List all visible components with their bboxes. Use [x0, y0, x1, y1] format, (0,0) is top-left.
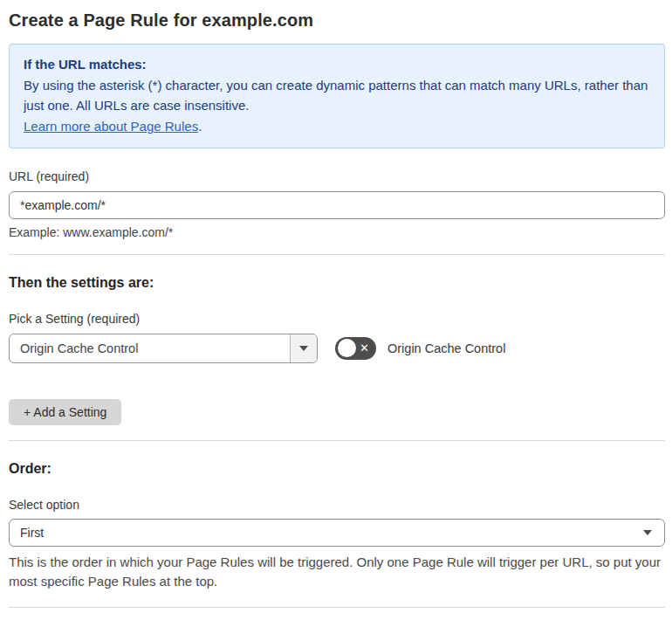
settings-section-heading: Then the settings are: [9, 275, 665, 291]
add-setting-button[interactable]: + Add a Setting [9, 399, 121, 425]
setting-row: Origin Cache Control ✕ Origin Cache Cont… [9, 334, 665, 363]
url-example-helper: Example: www.example.com/* [9, 225, 665, 239]
caret-down-icon [299, 346, 308, 351]
divider [9, 254, 665, 255]
order-select-value: First [20, 526, 643, 540]
divider [9, 607, 665, 608]
pick-setting-label: Pick a Setting (required) [9, 312, 665, 326]
divider [9, 440, 665, 441]
order-section-heading: Order: [9, 461, 665, 477]
order-select[interactable]: First [9, 519, 665, 547]
info-box-heading: If the URL matches: [24, 54, 650, 75]
toggle-knob [338, 339, 356, 357]
url-input[interactable] [9, 191, 665, 219]
info-box-link-line: Learn more about Page Rules. [24, 116, 650, 137]
caret-down-icon [643, 530, 652, 535]
select-option-label: Select option [9, 498, 665, 512]
toggle-label: Origin Cache Control [387, 341, 505, 355]
origin-cache-control-toggle[interactable]: ✕ [335, 337, 376, 360]
order-helper-text: This is the order in which your Page Rul… [9, 553, 662, 592]
page-title: Create a Page Rule for example.com [9, 10, 665, 31]
setting-dropdown-arrow-button[interactable] [290, 334, 317, 362]
url-label: URL (required) [9, 169, 665, 183]
page-rule-form: Create a Page Rule for example.com If th… [0, 0, 672, 620]
setting-dropdown[interactable]: Origin Cache Control [9, 334, 318, 363]
info-box-body: By using the asterisk (*) character, you… [24, 75, 650, 116]
learn-more-link[interactable]: Learn more about Page Rules [24, 119, 198, 134]
setting-dropdown-value: Origin Cache Control [10, 334, 290, 362]
link-suffix: . [198, 119, 202, 134]
origin-cache-control-toggle-wrap: ✕ Origin Cache Control [335, 337, 505, 360]
url-match-info-box: If the URL matches: By using the asteris… [9, 44, 665, 148]
toggle-off-x-icon: ✕ [360, 342, 369, 354]
